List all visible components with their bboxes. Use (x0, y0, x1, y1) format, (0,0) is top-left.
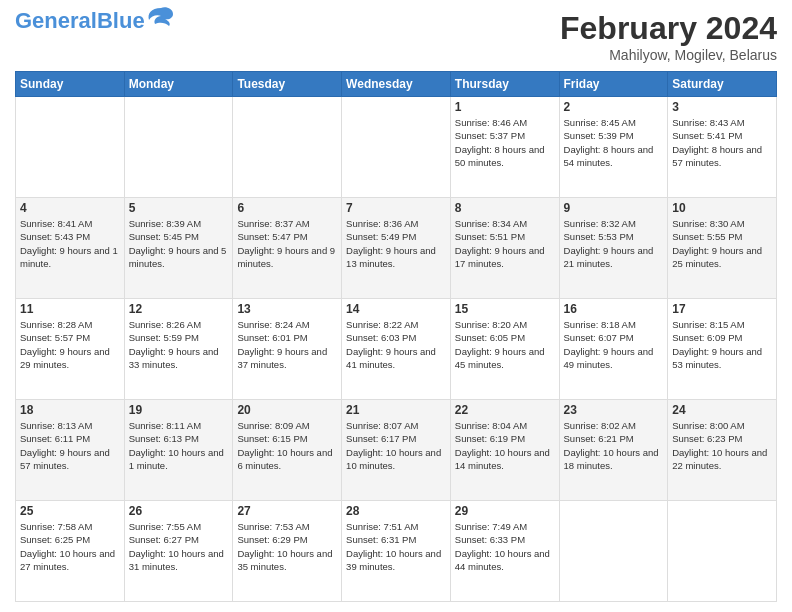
day-info: Sunrise: 8:20 AM Sunset: 6:05 PM Dayligh… (455, 318, 555, 371)
logo-general: General (15, 8, 97, 33)
day-info: Sunrise: 8:34 AM Sunset: 5:51 PM Dayligh… (455, 217, 555, 270)
day-number: 9 (564, 201, 664, 215)
calendar-cell (668, 501, 777, 602)
day-number: 7 (346, 201, 446, 215)
page: GeneralBlue February 2024 Mahilyow, Mogi… (0, 0, 792, 612)
day-info: Sunrise: 8:30 AM Sunset: 5:55 PM Dayligh… (672, 217, 772, 270)
day-info: Sunrise: 7:55 AM Sunset: 6:27 PM Dayligh… (129, 520, 229, 573)
day-number: 20 (237, 403, 337, 417)
calendar-cell: 27Sunrise: 7:53 AM Sunset: 6:29 PM Dayli… (233, 501, 342, 602)
day-info: Sunrise: 8:43 AM Sunset: 5:41 PM Dayligh… (672, 116, 772, 169)
week-row-3: 18Sunrise: 8:13 AM Sunset: 6:11 PM Dayli… (16, 400, 777, 501)
calendar-cell: 17Sunrise: 8:15 AM Sunset: 6:09 PM Dayli… (668, 299, 777, 400)
day-header-monday: Monday (124, 72, 233, 97)
day-info: Sunrise: 8:39 AM Sunset: 5:45 PM Dayligh… (129, 217, 229, 270)
calendar: SundayMondayTuesdayWednesdayThursdayFrid… (15, 71, 777, 602)
day-header-thursday: Thursday (450, 72, 559, 97)
day-number: 26 (129, 504, 229, 518)
calendar-cell: 4Sunrise: 8:41 AM Sunset: 5:43 PM Daylig… (16, 198, 125, 299)
day-number: 10 (672, 201, 772, 215)
calendar-cell: 8Sunrise: 8:34 AM Sunset: 5:51 PM Daylig… (450, 198, 559, 299)
day-number: 12 (129, 302, 229, 316)
logo-text: GeneralBlue (15, 10, 145, 32)
calendar-cell: 3Sunrise: 8:43 AM Sunset: 5:41 PM Daylig… (668, 97, 777, 198)
calendar-cell: 6Sunrise: 8:37 AM Sunset: 5:47 PM Daylig… (233, 198, 342, 299)
day-info: Sunrise: 8:26 AM Sunset: 5:59 PM Dayligh… (129, 318, 229, 371)
day-number: 2 (564, 100, 664, 114)
month-title: February 2024 (560, 10, 777, 47)
day-info: Sunrise: 7:58 AM Sunset: 6:25 PM Dayligh… (20, 520, 120, 573)
day-number: 25 (20, 504, 120, 518)
calendar-cell: 21Sunrise: 8:07 AM Sunset: 6:17 PM Dayli… (342, 400, 451, 501)
week-row-1: 4Sunrise: 8:41 AM Sunset: 5:43 PM Daylig… (16, 198, 777, 299)
day-info: Sunrise: 7:51 AM Sunset: 6:31 PM Dayligh… (346, 520, 446, 573)
day-header-tuesday: Tuesday (233, 72, 342, 97)
calendar-cell: 1Sunrise: 8:46 AM Sunset: 5:37 PM Daylig… (450, 97, 559, 198)
calendar-cell (16, 97, 125, 198)
day-number: 3 (672, 100, 772, 114)
day-info: Sunrise: 8:18 AM Sunset: 6:07 PM Dayligh… (564, 318, 664, 371)
logo-blue: Blue (97, 8, 145, 33)
day-header-saturday: Saturday (668, 72, 777, 97)
calendar-cell (124, 97, 233, 198)
day-info: Sunrise: 8:22 AM Sunset: 6:03 PM Dayligh… (346, 318, 446, 371)
calendar-cell (233, 97, 342, 198)
day-info: Sunrise: 8:45 AM Sunset: 5:39 PM Dayligh… (564, 116, 664, 169)
calendar-cell: 12Sunrise: 8:26 AM Sunset: 5:59 PM Dayli… (124, 299, 233, 400)
calendar-cell: 14Sunrise: 8:22 AM Sunset: 6:03 PM Dayli… (342, 299, 451, 400)
calendar-cell: 24Sunrise: 8:00 AM Sunset: 6:23 PM Dayli… (668, 400, 777, 501)
day-info: Sunrise: 8:46 AM Sunset: 5:37 PM Dayligh… (455, 116, 555, 169)
day-number: 1 (455, 100, 555, 114)
day-number: 15 (455, 302, 555, 316)
day-number: 4 (20, 201, 120, 215)
calendar-cell: 18Sunrise: 8:13 AM Sunset: 6:11 PM Dayli… (16, 400, 125, 501)
header: GeneralBlue February 2024 Mahilyow, Mogi… (15, 10, 777, 63)
day-info: Sunrise: 7:53 AM Sunset: 6:29 PM Dayligh… (237, 520, 337, 573)
day-number: 18 (20, 403, 120, 417)
calendar-body: 1Sunrise: 8:46 AM Sunset: 5:37 PM Daylig… (16, 97, 777, 602)
day-info: Sunrise: 8:24 AM Sunset: 6:01 PM Dayligh… (237, 318, 337, 371)
calendar-cell: 7Sunrise: 8:36 AM Sunset: 5:49 PM Daylig… (342, 198, 451, 299)
calendar-cell: 19Sunrise: 8:11 AM Sunset: 6:13 PM Dayli… (124, 400, 233, 501)
week-row-4: 25Sunrise: 7:58 AM Sunset: 6:25 PM Dayli… (16, 501, 777, 602)
day-header-sunday: Sunday (16, 72, 125, 97)
day-number: 29 (455, 504, 555, 518)
day-header-friday: Friday (559, 72, 668, 97)
day-number: 11 (20, 302, 120, 316)
day-info: Sunrise: 8:13 AM Sunset: 6:11 PM Dayligh… (20, 419, 120, 472)
day-number: 21 (346, 403, 446, 417)
day-info: Sunrise: 8:28 AM Sunset: 5:57 PM Dayligh… (20, 318, 120, 371)
day-number: 23 (564, 403, 664, 417)
day-header-wednesday: Wednesday (342, 72, 451, 97)
day-number: 14 (346, 302, 446, 316)
calendar-cell: 10Sunrise: 8:30 AM Sunset: 5:55 PM Dayli… (668, 198, 777, 299)
day-number: 24 (672, 403, 772, 417)
calendar-header: SundayMondayTuesdayWednesdayThursdayFrid… (16, 72, 777, 97)
days-row: SundayMondayTuesdayWednesdayThursdayFrid… (16, 72, 777, 97)
calendar-cell: 25Sunrise: 7:58 AM Sunset: 6:25 PM Dayli… (16, 501, 125, 602)
day-number: 17 (672, 302, 772, 316)
calendar-cell: 5Sunrise: 8:39 AM Sunset: 5:45 PM Daylig… (124, 198, 233, 299)
location: Mahilyow, Mogilev, Belarus (560, 47, 777, 63)
calendar-cell: 28Sunrise: 7:51 AM Sunset: 6:31 PM Dayli… (342, 501, 451, 602)
day-info: Sunrise: 8:32 AM Sunset: 5:53 PM Dayligh… (564, 217, 664, 270)
calendar-cell: 23Sunrise: 8:02 AM Sunset: 6:21 PM Dayli… (559, 400, 668, 501)
day-number: 27 (237, 504, 337, 518)
day-info: Sunrise: 8:41 AM Sunset: 5:43 PM Dayligh… (20, 217, 120, 270)
day-number: 5 (129, 201, 229, 215)
day-number: 6 (237, 201, 337, 215)
day-info: Sunrise: 8:15 AM Sunset: 6:09 PM Dayligh… (672, 318, 772, 371)
day-info: Sunrise: 8:00 AM Sunset: 6:23 PM Dayligh… (672, 419, 772, 472)
day-info: Sunrise: 7:49 AM Sunset: 6:33 PM Dayligh… (455, 520, 555, 573)
day-number: 16 (564, 302, 664, 316)
day-number: 28 (346, 504, 446, 518)
calendar-cell: 15Sunrise: 8:20 AM Sunset: 6:05 PM Dayli… (450, 299, 559, 400)
calendar-cell: 16Sunrise: 8:18 AM Sunset: 6:07 PM Dayli… (559, 299, 668, 400)
day-info: Sunrise: 8:07 AM Sunset: 6:17 PM Dayligh… (346, 419, 446, 472)
logo: GeneralBlue (15, 10, 175, 32)
calendar-cell (342, 97, 451, 198)
day-info: Sunrise: 8:04 AM Sunset: 6:19 PM Dayligh… (455, 419, 555, 472)
day-number: 22 (455, 403, 555, 417)
week-row-0: 1Sunrise: 8:46 AM Sunset: 5:37 PM Daylig… (16, 97, 777, 198)
calendar-cell (559, 501, 668, 602)
